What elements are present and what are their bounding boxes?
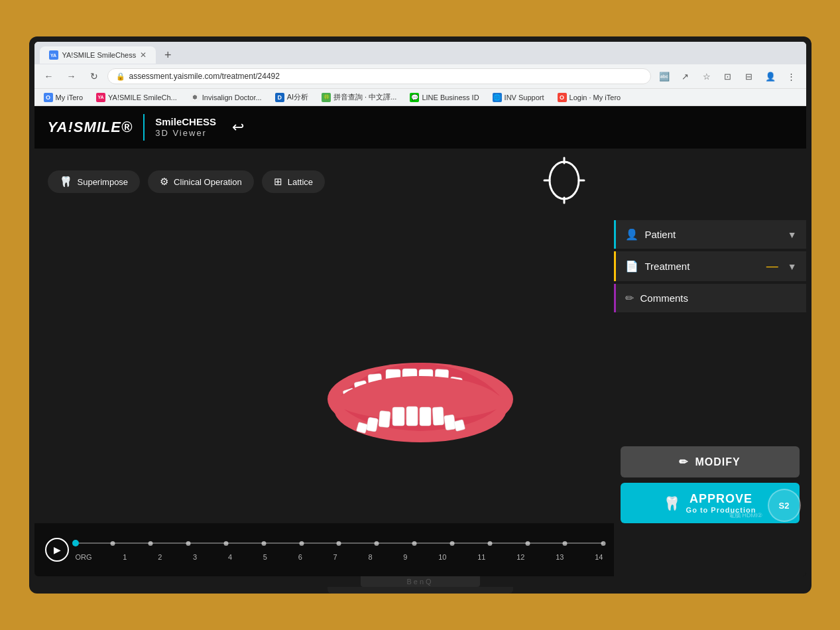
play-icon: ▶ [54, 544, 61, 555]
lock-icon: 🔒 [116, 72, 125, 81]
tab-bar: YA YA!SMILE SmileChess ✕ + [34, 42, 806, 64]
patient-panel-section[interactable]: 👤 Patient ▼ [614, 220, 806, 249]
right-panel: 👤 Patient ▼ 📄 Treatment — ▼ [614, 215, 806, 576]
bookmark-yaismile[interactable]: YA YA!SMILE SmileCh... [92, 92, 181, 103]
superimpose-button[interactable]: 🦷 Superimpose [48, 170, 141, 193]
reload-button[interactable]: ↻ [85, 67, 103, 86]
approve-label: APPROVE [686, 492, 756, 506]
treatment-panel-section[interactable]: 📄 Treatment — ▼ [614, 251, 806, 281]
svg-rect-16 [392, 407, 404, 426]
new-tab-button[interactable]: + [158, 46, 177, 64]
svg-rect-18 [420, 407, 431, 426]
logo-divider [143, 114, 145, 141]
menu-button[interactable]: ⋮ [782, 67, 801, 86]
timeline-label-9: 9 [403, 553, 407, 561]
bookmark-favicon-ai: D [275, 93, 284, 102]
superimpose-icon: 🦷 [60, 176, 72, 188]
patient-label: Patient [645, 229, 781, 240]
treatment-label: Treatment [645, 261, 760, 272]
patient-icon: 👤 [625, 228, 638, 241]
app-title-line1: SmileCHESS [155, 115, 216, 129]
bookmark-button[interactable]: ☆ [697, 67, 716, 86]
nav-bar: ← → ↻ 🔒 assessment.yaismile.com/treatmen… [34, 64, 806, 89]
comments-icon: ✏ [625, 292, 634, 304]
app-logo: YA!SMILE® [48, 119, 133, 136]
app-title-line2: 3D Viewer [155, 128, 216, 139]
screen: YA YA!SMILE SmileChess ✕ + ← → ↻ 🔒 asses… [34, 42, 806, 576]
tab-close-button[interactable]: ✕ [140, 50, 147, 60]
approve-tooth-icon: 🦷 [664, 495, 681, 511]
svg-rect-17 [406, 407, 418, 426]
timeline-label-6: 6 [298, 553, 302, 561]
teeth-model-svg [308, 333, 533, 466]
timeline-label-7: 7 [333, 553, 337, 561]
back-button[interactable]: ← [40, 67, 58, 86]
profile-button[interactable]: 👤 [761, 67, 780, 86]
timeline-label-3: 3 [193, 553, 197, 561]
clinical-label: Clinical Operation [174, 177, 242, 187]
translate-button[interactable]: 🔤 [655, 67, 674, 86]
dental-viewport[interactable]: 👤 Patient ▼ 📄 Treatment — ▼ [34, 215, 806, 576]
bookmark-label-pinyin: 拼音查詢 · 中文譯... [333, 92, 396, 102]
clinical-icon: ⚙ [160, 176, 168, 188]
back-arrow-button[interactable]: ↩ [232, 119, 244, 136]
bookmark-label-ai-analysis: AI分析 [287, 92, 308, 102]
timeline-label-5: 5 [263, 553, 267, 561]
lattice-icon: ⊞ [274, 176, 282, 188]
forward-button[interactable]: → [62, 67, 81, 86]
timeline-label-4: 4 [228, 553, 232, 561]
split-button[interactable]: ⊟ [740, 67, 758, 86]
treatment-minus-icon: — [766, 259, 778, 273]
comments-label: Comments [640, 292, 797, 304]
bookmark-favicon-yaismile: YA [96, 93, 105, 102]
nav-actions: 🔤 ↗ ☆ ⊡ ⊟ 👤 ⋮ [655, 67, 801, 86]
bookmark-pinyin[interactable]: 🍀 拼音查詢 · 中文譯... [318, 91, 400, 103]
corner-watermark: S2 [768, 489, 801, 522]
bookmark-line-business[interactable]: 💬 LINE Business ID [406, 92, 483, 103]
bookmark-label-yaismile: YA!SMILE SmileCh... [108, 94, 177, 101]
bookmark-label-my-itero: My iTero [56, 94, 84, 101]
treatment-chevron-icon: ▼ [788, 261, 797, 272]
bookmark-login-itero[interactable]: O Login · My iTero [554, 92, 625, 103]
monitor-base: BenQ [361, 576, 480, 587]
bookmark-my-itero[interactable]: O My iTero [40, 92, 88, 103]
timeline-labels: ORG 1 2 3 4 5 6 7 8 9 10 11 12 13 [76, 553, 603, 561]
monitor-brand: BenQ [406, 578, 433, 586]
browser-tab-active[interactable]: YA YA!SMILE SmileChess ✕ [40, 46, 156, 64]
timeline: ▶ [34, 523, 614, 576]
bookmark-label-invisalign: Invisalign Doctor... [202, 94, 262, 101]
timeline-label-12: 12 [516, 553, 524, 561]
bookmark-favicon-line: 💬 [410, 93, 419, 102]
bookmark-favicon-itero: O [44, 93, 53, 102]
play-button[interactable]: ▶ [45, 538, 69, 562]
app-area: YA!SMILE® SmileCHESS 3D Viewer ↩ 🦷 Super… [34, 106, 806, 576]
share-button[interactable]: ↗ [676, 67, 695, 86]
bookmarks-bar: O My iTero YA YA!SMILE SmileCh... ❄ Invi… [34, 89, 806, 106]
bookmark-inv-support[interactable]: 🌐 INV Support [489, 92, 548, 103]
modify-label: MODIFY [695, 456, 740, 468]
timeline-track: ORG 1 2 3 4 5 6 7 8 9 10 11 12 13 [76, 538, 603, 561]
clinical-operation-button[interactable]: ⚙ Clinical Operation [148, 170, 254, 193]
url-text: assessment.yaismile.com/treatment/24492 [129, 72, 280, 81]
bookmark-label-login: Login · My iTero [570, 94, 621, 101]
hdmi-label: 電腦 HDMI② [729, 511, 763, 520]
bookmark-favicon-invisalign: ❄ [190, 93, 200, 102]
tab-search-button[interactable]: ⊡ [719, 67, 737, 86]
browser-chrome: YA YA!SMILE SmileChess ✕ + ← → ↻ 🔒 asses… [34, 42, 806, 106]
tab-label: YA!SMILE SmileChess [62, 51, 137, 59]
superimpose-label: Superimpose [78, 177, 129, 187]
bookmark-label-line: LINE Business ID [422, 94, 479, 101]
lattice-button[interactable]: ⊞ Lattice [262, 170, 325, 193]
comments-panel-section[interactable]: ✏ Comments [614, 284, 806, 312]
patient-chevron-icon: ▼ [788, 229, 797, 240]
address-bar[interactable]: 🔒 assessment.yaismile.com/treatment/2449… [107, 68, 651, 84]
toolbar: 🦷 Superimpose ⚙ Clinical Operation ⊞ Lat… [34, 149, 806, 215]
timeline-label-2: 2 [158, 553, 162, 561]
svg-rect-19 [378, 410, 390, 427]
timeline-label-11: 11 [477, 553, 485, 561]
bookmark-ai-analysis[interactable]: D AI分析 [271, 91, 312, 103]
timeline-label-13: 13 [556, 553, 564, 561]
bookmark-invisalign[interactable]: ❄ Invisalign Doctor... [186, 92, 266, 103]
modify-button[interactable]: ✏ MODIFY [621, 446, 800, 477]
app-header: YA!SMILE® SmileCHESS 3D Viewer ↩ [34, 106, 806, 149]
